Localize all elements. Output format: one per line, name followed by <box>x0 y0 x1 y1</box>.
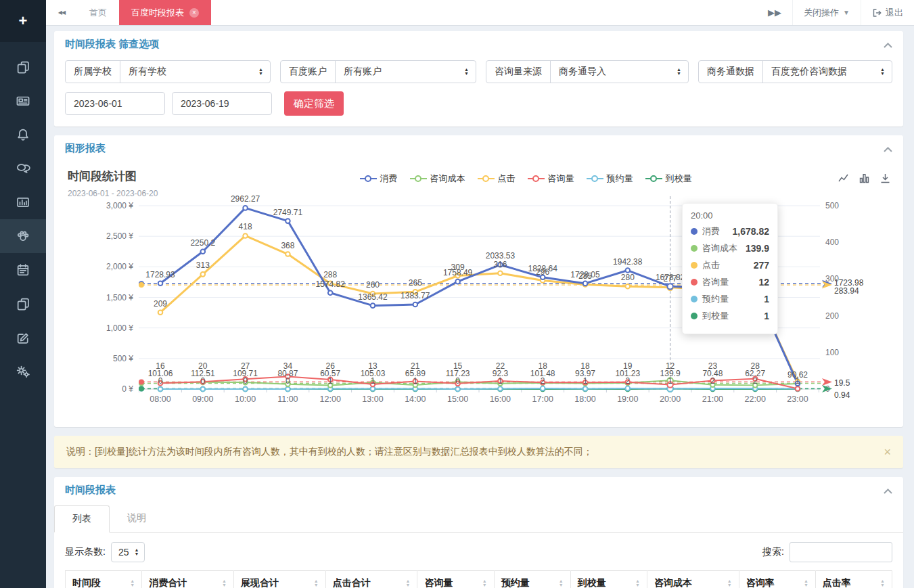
chart-header-row: 时间段统计图 2023-06-01 - 2023-06-20 消费咨询成本点击咨… <box>54 162 903 198</box>
sidebar-item-bar-chart[interactable] <box>0 185 46 219</box>
svg-text:288: 288 <box>323 270 337 279</box>
page-size-label: 显示条数: <box>65 546 106 558</box>
column-header[interactable]: 到校量▲▼ <box>570 571 647 588</box>
svg-text:0.94: 0.94 <box>834 390 850 400</box>
svg-text:13:00: 13:00 <box>362 394 383 404</box>
svg-text:1728.05: 1728.05 <box>570 270 600 279</box>
svg-text:09:00: 09:00 <box>192 394 213 404</box>
sort-icon: ▲▼ <box>727 579 732 587</box>
legend-item-咨询量[interactable]: 咨询量 <box>528 173 574 185</box>
bar-chart-tool-icon[interactable] <box>859 173 870 184</box>
svg-text:19: 19 <box>623 361 633 371</box>
page-size-select[interactable]: 25 ▲▼ <box>111 542 145 562</box>
baidu-account-select[interactable]: 所有账户 ▲▼ <box>336 61 476 83</box>
svg-text:23:00: 23:00 <box>787 394 808 404</box>
inquiry-source-select-value: 商务通导入 <box>559 66 606 78</box>
collapse-chevron-icon[interactable] <box>884 485 892 496</box>
column-header[interactable]: 展现合计▲▼ <box>233 571 325 588</box>
column-header[interactable]: 预约量▲▼ <box>494 571 570 588</box>
sidebar-item-gears[interactable] <box>0 355 46 388</box>
school-select-group: 所属学校 所有学校 ▲▼ <box>65 60 271 83</box>
column-header[interactable]: 咨询成本▲▼ <box>647 571 739 588</box>
inquiry-source-select[interactable]: 商务通导入 ▲▼ <box>551 61 688 83</box>
sidebar-item-calendar[interactable] <box>0 253 46 287</box>
date-to-input[interactable]: 2023-06-19 <box>172 92 272 115</box>
svg-text:27: 27 <box>241 361 250 371</box>
tab-description[interactable]: 说明 <box>110 505 164 533</box>
inquiry-source-select-label: 咨询量来源 <box>486 61 551 83</box>
chart-tooltip: 20:00消费1,678.82咨询成本139.9点击277咨询量12预约量1到校… <box>682 203 778 334</box>
page: + ◀◀ 首页 百度时段报表 × ▶▶ 关闭操作 ▼ <box>0 0 914 588</box>
column-header-label: 点击合计 <box>333 577 371 588</box>
chart-body: 时间段统计图 2023-06-01 - 2023-06-20 消费咨询成本点击咨… <box>54 162 903 427</box>
sidebar-item-bell[interactable] <box>0 118 46 152</box>
tab-close-icon[interactable]: × <box>189 8 199 18</box>
swt-data-select[interactable]: 百度竞价咨询数据 ▲▼ <box>763 61 892 83</box>
date-from-input[interactable]: 2023-06-01 <box>65 92 165 115</box>
collapse-chevron-icon[interactable] <box>884 39 892 50</box>
svg-text:100: 100 <box>825 348 839 357</box>
logout-icon <box>872 8 882 18</box>
sidebar-item-documents[interactable] <box>0 50 46 84</box>
svg-text:18:00: 18:00 <box>574 394 595 404</box>
sidebar-add-button[interactable]: + <box>0 0 46 42</box>
note-text: 说明：[到校量]统计方法为该时间段内所有咨询人数，其中有到校的人数；请注意区别与… <box>66 446 593 458</box>
filter-row-2: 2023-06-01 2023-06-19 确定筛选 <box>54 83 903 127</box>
sidebar-item-newspaper[interactable] <box>0 84 46 118</box>
line-chart-tool-icon[interactable] <box>838 173 849 184</box>
tab-home[interactable]: 首页 <box>77 0 119 25</box>
note-close-icon[interactable]: × <box>884 446 891 458</box>
newspaper-icon <box>16 93 30 108</box>
svg-text:23: 23 <box>708 361 718 371</box>
tabs-scroll-left-button[interactable]: ◀◀ <box>46 0 77 25</box>
svg-text:265: 265 <box>409 278 422 288</box>
chart-toolbox <box>838 173 891 184</box>
svg-text:2,500 ¥: 2,500 ¥ <box>106 231 133 241</box>
legend-label: 咨询量 <box>548 173 574 185</box>
plus-icon: + <box>19 12 28 30</box>
column-header[interactable]: 咨询率▲▼ <box>739 571 815 588</box>
tabs-scroll-right-button[interactable]: ▶▶ <box>757 0 792 25</box>
school-select[interactable]: 所有学校 ▲▼ <box>120 61 270 83</box>
download-icon[interactable] <box>879 173 891 184</box>
column-header[interactable]: 咨询量▲▼ <box>417 571 494 588</box>
column-header[interactable]: 点击率▲▼ <box>815 571 892 588</box>
sidebar-item-comments[interactable] <box>0 152 46 185</box>
column-header-label: 预约量 <box>501 577 530 588</box>
swt-data-select-label: 商务通数据 <box>699 61 763 83</box>
svg-text:1828.64: 1828.64 <box>528 264 558 273</box>
legend-label: 消费 <box>380 173 398 185</box>
legend-item-消费[interactable]: 消费 <box>360 173 398 185</box>
tab-list[interactable]: 列表 <box>54 505 110 533</box>
logout-button[interactable]: 退出 <box>861 0 914 25</box>
collapse-chevron-icon[interactable] <box>884 143 892 154</box>
svg-text:368: 368 <box>281 241 294 250</box>
sidebar-item-files[interactable] <box>0 287 46 321</box>
legend-item-咨询成本[interactable]: 咨询成本 <box>410 173 465 185</box>
column-header[interactable]: 点击合计▲▼ <box>325 571 417 588</box>
legend-item-到校量[interactable]: 到校量 <box>645 173 692 185</box>
chart-legend: 消费咨询成本点击咨询量预约量到校量 <box>223 173 828 185</box>
close-operations-dropdown[interactable]: 关闭操作 ▼ <box>792 0 861 25</box>
tab-home-label: 首页 <box>89 7 107 19</box>
column-header[interactable]: 时间段▲▼ <box>66 571 142 588</box>
chart-title: 时间段统计图 <box>68 168 223 184</box>
tooltip-row: 咨询成本139.9 <box>691 242 769 254</box>
legend-item-点击[interactable]: 点击 <box>478 173 516 185</box>
search-input[interactable] <box>790 542 892 562</box>
sort-icon: ▲▼ <box>804 579 808 587</box>
confirm-filter-button[interactable]: 确定筛选 <box>284 91 344 116</box>
bar-chart-icon <box>16 195 30 210</box>
legend-item-预约量[interactable]: 预约量 <box>587 173 633 185</box>
column-header[interactable]: 消费合计▲▼ <box>142 571 234 588</box>
gears-icon <box>16 364 30 379</box>
sidebar-item-paw[interactable] <box>0 219 46 253</box>
topbar: ◀◀ 首页 百度时段报表 × ▶▶ 关闭操作 ▼ <box>46 0 914 26</box>
series-dot-icon <box>691 262 698 269</box>
school-select-value: 所有学校 <box>129 66 166 78</box>
sidebar-item-edit[interactable] <box>0 321 46 355</box>
svg-text:21: 21 <box>411 361 420 371</box>
column-header-label: 展现合计 <box>241 577 279 588</box>
tab-baidu-report[interactable]: 百度时段报表 × <box>119 0 211 25</box>
svg-text:08:00: 08:00 <box>150 394 170 404</box>
